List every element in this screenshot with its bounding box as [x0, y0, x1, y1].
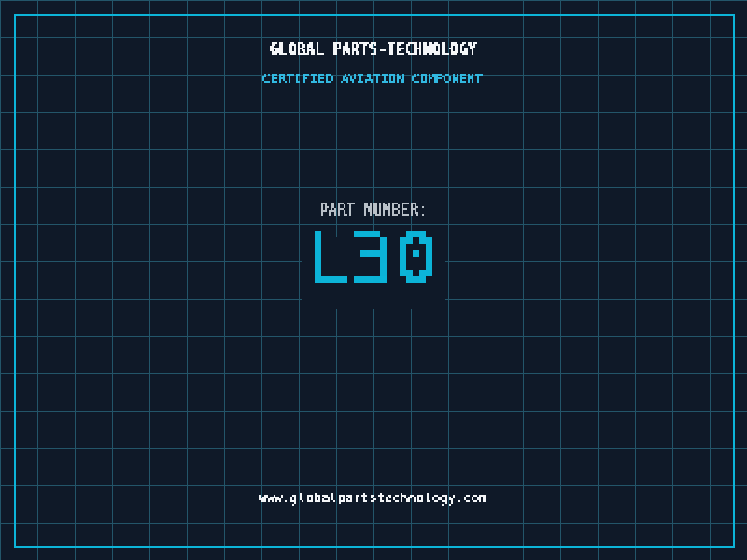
tagline-row	[0, 72, 747, 92]
header	[0, 42, 747, 64]
part-number-row	[0, 224, 747, 329]
part-number-label	[317, 203, 430, 225]
part-label-row	[0, 203, 747, 225]
part-number-value	[302, 224, 445, 329]
certification-tagline	[261, 72, 486, 92]
part-label-screen	[0, 0, 747, 560]
website-url	[257, 491, 490, 511]
footer	[0, 491, 747, 511]
company-name	[268, 42, 479, 64]
